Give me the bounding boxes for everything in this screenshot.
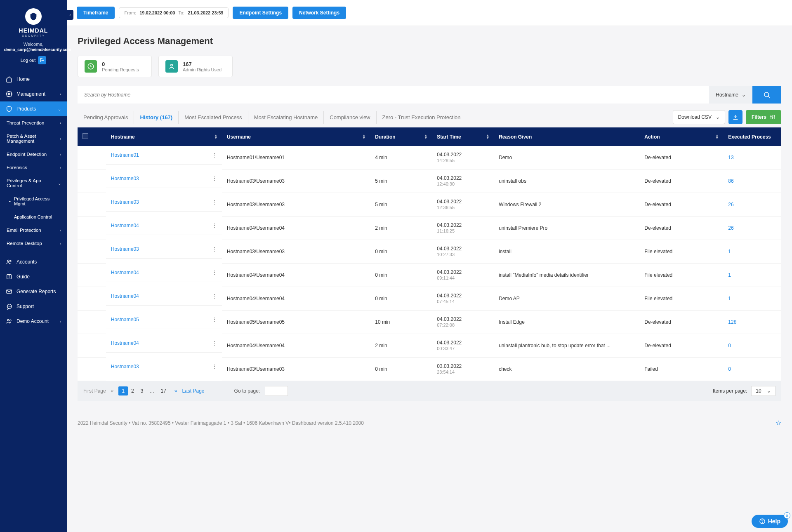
last-page-link[interactable]: Last Page: [182, 388, 205, 394]
page-number[interactable]: 17: [157, 386, 169, 395]
svg-line-15: [768, 96, 770, 98]
kebab-icon[interactable]: ⋮: [212, 269, 217, 276]
search-button[interactable]: [752, 86, 781, 104]
exec-link[interactable]: 1: [728, 296, 731, 301]
sidebar-collapse-button[interactable]: ‹: [67, 10, 73, 20]
action-cell: Failed: [639, 358, 723, 381]
col-hostname[interactable]: Hostname▴▾: [106, 127, 222, 146]
timeframe-button[interactable]: Timeframe: [77, 7, 115, 19]
sidebar-item-pam[interactable]: Privileged Access Mgmt: [0, 192, 67, 210]
kebab-icon[interactable]: ⋮: [212, 199, 217, 205]
sidebar-item-remote-desktop[interactable]: Remote Desktop›: [0, 237, 67, 250]
exec-link[interactable]: 1: [728, 249, 731, 254]
items-per-page-select[interactable]: 10 ⌄: [751, 386, 776, 396]
search-input[interactable]: [78, 86, 709, 104]
next-page-icon[interactable]: »: [174, 388, 177, 394]
hostname-cell: Hostname04⋮: [106, 334, 222, 353]
hostname-link[interactable]: Hostname04: [111, 293, 139, 299]
row-checkbox-cell: [78, 311, 106, 334]
prev-page-icon[interactable]: «: [111, 388, 114, 394]
kebab-icon[interactable]: ⋮: [212, 363, 217, 370]
exec-link[interactable]: 26: [728, 202, 733, 207]
help-close-icon[interactable]: ×: [784, 512, 790, 519]
exec-cell: 13: [723, 146, 781, 169]
download-button[interactable]: [728, 110, 742, 124]
sidebar-item-accounts[interactable]: Accounts: [0, 254, 67, 269]
tab[interactable]: Most Escalating Hostname: [248, 111, 324, 124]
hostname-link[interactable]: Hostname03: [111, 246, 139, 252]
sidebar-item-support[interactable]: Support: [0, 299, 67, 314]
username-cell: Hostname04\Username04: [222, 217, 370, 240]
sidebar-item-endpoint-detection[interactable]: Endpoint Detection›: [0, 148, 67, 161]
hostname-link[interactable]: Hostname04: [111, 223, 139, 228]
exec-link[interactable]: 1: [728, 272, 731, 278]
tab[interactable]: Most Escalated Process: [179, 111, 248, 124]
col-action[interactable]: Action▴▾: [639, 127, 723, 146]
search-type-select[interactable]: Hostname ⌄: [709, 86, 752, 104]
sidebar-item-demo-account[interactable]: Demo Account ›: [0, 314, 67, 329]
tab[interactable]: Zero - Trust Execution Protection: [377, 111, 467, 124]
filters-button[interactable]: Filters: [746, 110, 781, 124]
sidebar-item-label: Products: [16, 106, 36, 112]
hostname-link[interactable]: Hostname01: [111, 152, 139, 158]
sidebar-item-generate-reports[interactable]: Generate Reports: [0, 284, 67, 299]
hostname-link[interactable]: Hostname03: [111, 176, 139, 181]
sidebar-item-guide[interactable]: Guide: [0, 269, 67, 284]
exec-link[interactable]: 86: [728, 178, 733, 184]
sidebar-item-app-control[interactable]: Application Control: [0, 210, 67, 224]
kebab-icon[interactable]: ⋮: [212, 246, 217, 252]
tab[interactable]: History (167): [134, 111, 179, 124]
sidebar-item-patch-asset[interactable]: Patch & Asset Management›: [0, 129, 67, 148]
kebab-icon[interactable]: ⋮: [212, 175, 217, 182]
logout-link[interactable]: Log out: [21, 56, 47, 64]
tab[interactable]: Pending Approvals: [78, 111, 134, 124]
kebab-icon[interactable]: ⋮: [212, 293, 217, 299]
first-page-link[interactable]: First Page: [83, 388, 106, 394]
goto-page-input[interactable]: [265, 386, 288, 396]
sidebar-item-threat-prevention[interactable]: Threat Prevention›: [0, 116, 67, 129]
card-value: 0: [102, 61, 139, 67]
sidebar-item-forensics[interactable]: Forensics›: [0, 161, 67, 174]
sidebar-item-products[interactable]: Products ⌄: [0, 101, 67, 116]
kebab-icon[interactable]: ⋮: [212, 340, 217, 346]
download-select[interactable]: Download CSV ⌄: [673, 110, 725, 124]
endpoint-settings-button[interactable]: Endpoint Settings: [233, 7, 288, 19]
exec-link[interactable]: 0: [728, 343, 731, 348]
svg-point-8: [9, 306, 9, 307]
col-duration[interactable]: Duration▴▾: [370, 127, 432, 146]
kebab-icon[interactable]: ⋮: [212, 222, 217, 229]
select-all-checkbox[interactable]: [82, 133, 88, 139]
hostname-link[interactable]: Hostname05: [111, 317, 139, 322]
help-widget[interactable]: × Help: [752, 515, 788, 528]
hostname-link[interactable]: Hostname04: [111, 340, 139, 346]
page-number[interactable]: 2: [128, 386, 137, 395]
kebab-icon[interactable]: ⋮: [212, 316, 217, 323]
sidebar-item-management[interactable]: Management ›: [0, 87, 67, 101]
exec-link[interactable]: 13: [728, 155, 733, 160]
date-range[interactable]: From: 19.02.2022 00:00 To: 21.03.2022 23…: [119, 7, 229, 18]
kebab-icon[interactable]: ⋮: [212, 152, 217, 158]
hostname-link[interactable]: Hostname03: [111, 199, 139, 205]
chevron-right-icon: ›: [60, 319, 61, 324]
help-label: Help: [768, 518, 780, 525]
sidebar-item-home[interactable]: Home: [0, 72, 67, 87]
start-time-cell: 04.03.202212:36:55: [432, 193, 494, 217]
chevron-right-icon: ›: [60, 152, 61, 157]
page-number[interactable]: 3: [137, 386, 147, 395]
sidebar-item-privileges-app-control[interactable]: Privileges & App Control⌄: [0, 174, 67, 192]
exec-link[interactable]: 0: [728, 366, 731, 372]
sidebar-item-email-protection[interactable]: Email Protection›: [0, 224, 67, 237]
col-username[interactable]: Username▴▾: [222, 127, 370, 146]
page-number[interactable]: 1: [118, 386, 128, 395]
hostname-link[interactable]: Hostname04: [111, 270, 139, 275]
hostname-link[interactable]: Hostname03: [111, 364, 139, 370]
exec-cell: 86: [723, 169, 781, 193]
card-admin-rights[interactable]: 167 Admin Rights Used: [158, 56, 233, 77]
exec-link[interactable]: 26: [728, 225, 733, 231]
network-settings-button[interactable]: Network Settings: [292, 7, 346, 19]
tab[interactable]: Compliance view: [324, 111, 376, 124]
favorite-icon[interactable]: ☆: [776, 419, 781, 427]
exec-link[interactable]: 128: [728, 319, 736, 325]
card-pending-requests[interactable]: 0 Pending Requests: [78, 56, 152, 77]
col-start-time[interactable]: Start Time▴▾: [432, 127, 494, 146]
